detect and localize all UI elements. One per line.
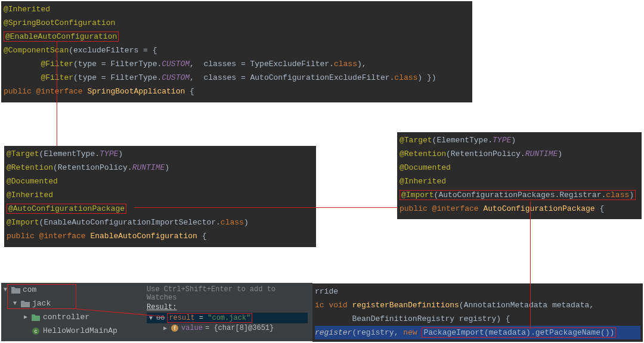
kw-void: void bbox=[329, 301, 352, 310]
ann-import[interactable]: @Import bbox=[401, 191, 434, 199]
code-autoconfigurationpackage[interactable]: @Target(ElementType.TYPE) @Retention(Ret… bbox=[397, 132, 642, 219]
class-icon: c bbox=[31, 327, 41, 335]
enum-runtime: RUNTIME bbox=[132, 163, 165, 172]
text: ()) bbox=[600, 328, 614, 337]
ann-retention: @Retention bbox=[400, 149, 446, 158]
ann-autoconfigurationpackage[interactable]: @AutoConfigurationPackage bbox=[7, 204, 126, 214]
type-name: AutoConfigurationPackage bbox=[483, 204, 595, 213]
svg-text:c: c bbox=[35, 328, 38, 334]
tree-node-com[interactable]: ▼ com bbox=[1, 283, 142, 297]
text: { bbox=[197, 232, 207, 241]
enum-custom: CUSTOM bbox=[162, 73, 190, 82]
execution-line[interactable]: register(registry, new PackageImport(met… bbox=[315, 326, 640, 339]
kw-public: public bbox=[4, 87, 36, 96]
tree-label: jack bbox=[32, 297, 51, 310]
enum-type: TYPE bbox=[100, 149, 118, 158]
expand-icon[interactable]: ▼ bbox=[2, 283, 8, 296]
result-label: Result: bbox=[147, 303, 308, 311]
var-result: result bbox=[169, 314, 194, 322]
ann-retention: @Retention bbox=[7, 163, 53, 172]
watches-hint: Use Ctrl+Shift+Enter to add to Watches bbox=[147, 285, 308, 302]
kw-interface: @interface bbox=[432, 204, 484, 213]
code-springbootapplication[interactable]: @Inherited @SpringBootConfiguration @Ena… bbox=[1, 1, 472, 102]
code-enableautoconfiguration[interactable]: @Target(ElementType.TYPE) @Retention(Ret… bbox=[4, 146, 316, 247]
text: (RetentionPolicy. bbox=[53, 163, 132, 172]
text: (ElementType. bbox=[432, 136, 493, 145]
ann-inherited: @Inherited bbox=[4, 5, 50, 14]
package-icon bbox=[31, 313, 41, 322]
ann-target: @Target bbox=[400, 136, 432, 145]
type-name: EnableAutoConfiguration bbox=[90, 232, 197, 241]
tree-label: controller bbox=[43, 311, 89, 323]
folder-icon bbox=[20, 300, 30, 308]
expand-icon[interactable]: ▶ bbox=[162, 325, 168, 332]
tree-node-jack[interactable]: ▼ jack bbox=[1, 297, 142, 310]
tree-label: HelloWorldMainAp bbox=[43, 325, 117, 337]
connector-line bbox=[134, 207, 398, 208]
text: { bbox=[595, 204, 605, 213]
text: BeanDefinitionRegistry registry) { bbox=[352, 314, 510, 323]
ann-import: @Import bbox=[7, 218, 39, 227]
call-register: register bbox=[315, 328, 352, 337]
ann-componentscan: @ComponentScan bbox=[4, 46, 69, 55]
kw-class: class bbox=[334, 60, 357, 68]
text: (RetentionPolicy. bbox=[446, 149, 525, 158]
result-row[interactable]: ▼ oo result = "com.jack" bbox=[147, 313, 308, 323]
field-icon: f bbox=[171, 324, 179, 332]
var-value: value bbox=[181, 324, 203, 332]
text: { bbox=[185, 87, 194, 96]
connector-line bbox=[57, 42, 57, 146]
tree-node-helloworld[interactable]: c HelloWorldMainAp bbox=[1, 324, 142, 338]
expand-icon[interactable]: ▶ bbox=[23, 311, 29, 323]
ann-documented: @Documented bbox=[400, 163, 451, 172]
ann-target: @Target bbox=[7, 149, 39, 158]
text: , classes = TypeExcludeFilter. bbox=[190, 60, 334, 68]
kw-interface: @interface bbox=[36, 87, 88, 96]
kw-interface: @interface bbox=[39, 232, 91, 241]
text: = {char[8]@3651} bbox=[205, 324, 274, 332]
text: (ElementType. bbox=[39, 149, 100, 158]
text: ) bbox=[629, 191, 634, 199]
text: ) bbox=[244, 218, 249, 227]
text: = bbox=[195, 314, 208, 322]
kw-class: class bbox=[606, 191, 629, 199]
enum-custom: CUSTOM bbox=[162, 60, 190, 68]
text: (AnnotationMetadata metadata, bbox=[459, 301, 594, 310]
call-getpackagename: getPackageName bbox=[535, 328, 600, 337]
expand-icon[interactable]: ▼ bbox=[12, 297, 18, 310]
text: ) bbox=[118, 149, 123, 158]
text: (EnableAutoConfigurationImportSelector. bbox=[39, 218, 221, 227]
kw-public: public bbox=[400, 204, 432, 213]
method-name: registerBeanDefinitions bbox=[352, 301, 459, 310]
text: (type = FilterType. bbox=[73, 60, 162, 68]
watches-panel[interactable]: Use Ctrl+Shift+Enter to add to Watches R… bbox=[142, 283, 312, 341]
ctor-packageimport: PackageImport bbox=[423, 328, 484, 337]
ann-documented: @Documented bbox=[7, 177, 58, 186]
ann-springbootconfiguration: @SpringBootConfiguration bbox=[4, 18, 115, 27]
code-registerbeandefinitions[interactable]: rride ic void registerBeanDefinitions(An… bbox=[312, 283, 643, 342]
text: (metadata). bbox=[484, 328, 535, 337]
text: (excludeFilters = { bbox=[69, 46, 157, 55]
kw-new: new bbox=[403, 328, 422, 337]
tree-label: com bbox=[23, 283, 36, 296]
text: rride bbox=[315, 287, 338, 296]
ann-inherited: @Inherited bbox=[400, 177, 446, 186]
text: ) bbox=[558, 149, 562, 158]
type-name: SpringBootApplication bbox=[87, 87, 185, 96]
text: ) }) bbox=[417, 73, 436, 82]
ann-enableautoconfiguration[interactable]: @EnableAutoConfiguration bbox=[4, 32, 119, 42]
text: ) bbox=[511, 136, 516, 145]
kw-public: public bbox=[7, 232, 39, 241]
ann-inherited: @Inherited bbox=[7, 191, 53, 199]
kw-class: class bbox=[221, 218, 244, 227]
value-row[interactable]: ▶ f value = {char[8]@3651} bbox=[147, 323, 308, 333]
spacer-icon bbox=[23, 325, 29, 337]
text: ic bbox=[315, 301, 329, 310]
folder-icon bbox=[11, 286, 20, 294]
text: (type = FilterType. bbox=[73, 73, 162, 82]
enum-runtime: RUNTIME bbox=[525, 149, 558, 158]
connector-line bbox=[530, 201, 531, 329]
text: , classes = AutoConfigurationExcludeFilt… bbox=[190, 73, 394, 82]
val-comjack: "com.jack" bbox=[208, 314, 250, 322]
text: ) bbox=[165, 163, 169, 172]
